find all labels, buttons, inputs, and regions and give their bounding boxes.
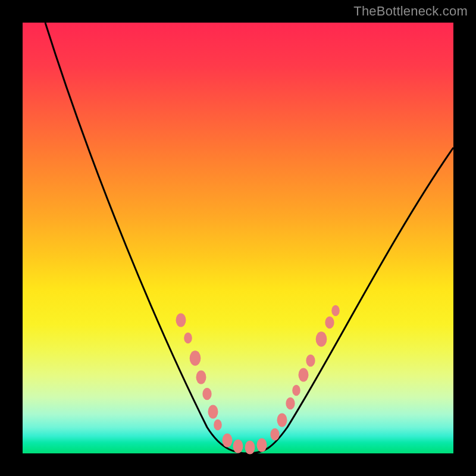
dot-left-5 — [202, 388, 211, 400]
bottleneck-curve — [45, 23, 453, 453]
dot-left-1 — [176, 314, 186, 327]
dot-right-9 — [331, 305, 340, 316]
dot-base-2 — [233, 440, 243, 453]
dot-right-7 — [316, 331, 327, 346]
chart-svg — [23, 23, 453, 453]
curve-group — [45, 23, 453, 453]
dot-right-6 — [306, 355, 315, 367]
dot-right-3 — [286, 397, 295, 410]
dot-left-6 — [208, 405, 218, 419]
dot-left-2 — [184, 333, 192, 343]
watermark-text: TheBottleneck.com — [353, 4, 468, 19]
dot-right-2 — [277, 414, 287, 427]
dot-left-4 — [196, 371, 206, 384]
dot-base-1 — [223, 434, 233, 447]
dot-right-1 — [270, 428, 279, 441]
plot-area — [23, 23, 453, 453]
dot-left-3 — [190, 350, 201, 365]
dot-base-4 — [257, 439, 267, 452]
dot-right-4 — [292, 385, 300, 396]
chart-frame: TheBottleneck.com — [0, 0, 476, 476]
dot-base-3 — [245, 441, 255, 455]
dot-right-5 — [299, 368, 309, 382]
dot-left-7 — [214, 419, 222, 430]
dot-right-8 — [325, 317, 334, 329]
